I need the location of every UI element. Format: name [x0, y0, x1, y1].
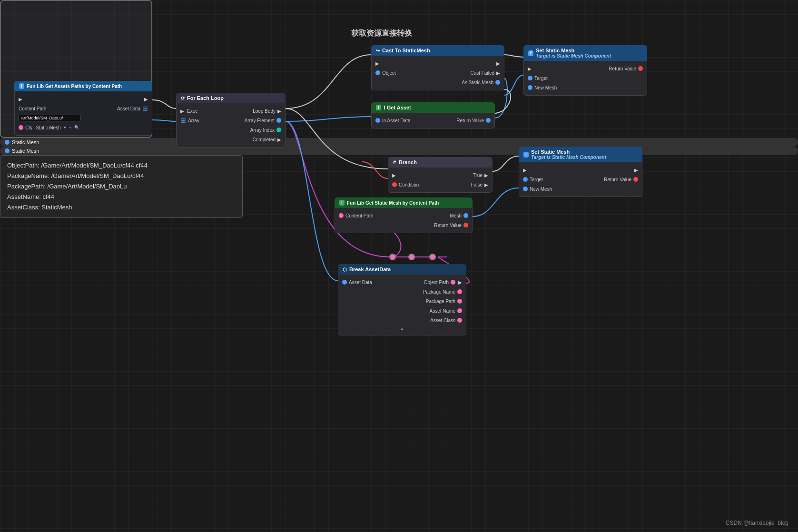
packagepath-label: Package Path [426, 299, 455, 304]
funlib-exec-out[interactable] [144, 97, 148, 102]
static-mesh-pin-bottom [5, 148, 10, 153]
cast-exec-out[interactable] [496, 61, 500, 66]
setmesh-top-returnvalue-label: Return Value [609, 66, 636, 71]
setmesh-top-target-label: Target [534, 76, 548, 81]
setmesh-top-exec-row: Return Value [524, 64, 647, 73]
setmesh-bot-returnvalue-pin[interactable]: Return Value [604, 177, 638, 182]
cast-asstaticmesh-pin[interactable]: As Static Mesh [462, 80, 500, 85]
reroute-2[interactable] [408, 254, 415, 260]
funlib-exec-in[interactable] [19, 97, 23, 101]
breakasset-node: ⬡ Break AssetData Asset Data Object Path… [338, 264, 466, 335]
setmesh-bot-title-block: Set Static Mesh Target is Static Mesh Co… [531, 149, 606, 160]
cast-exec-row [372, 59, 504, 68]
branch-exec-in[interactable] [392, 173, 397, 177]
setmesh-top-node: f Set Static Mesh Target is Static Mesh … [523, 45, 647, 96]
object-label: Object [382, 70, 396, 76]
branch-condition-pin[interactable]: Condition [392, 182, 419, 187]
false-exec-pin [484, 182, 488, 187]
setmesh-bot-node: f Set Static Mesh Target is Static Mesh … [519, 147, 642, 197]
getasset-inassetdata-pin[interactable]: In Asset Data [375, 118, 410, 123]
funlib-cls-row: Cls Static Mesh ▾ + 🔍 [15, 123, 152, 132]
breakasset-packagename-pin[interactable]: Package Name [423, 289, 462, 295]
setmesh-bot-exec-out[interactable] [634, 167, 638, 173]
setmesh-top-exec-in-pin [528, 66, 532, 71]
reroute-1[interactable] [389, 254, 396, 260]
cls-add[interactable]: + [69, 125, 71, 130]
setmesh-top-returnvalue-pin[interactable]: Return Value [609, 66, 643, 71]
breakasset-assetdata-pin[interactable]: Asset Data [342, 280, 372, 285]
branch-icon: ↱ [393, 160, 396, 165]
reroute-3[interactable] [429, 254, 436, 260]
completed-exec-pin [277, 137, 281, 142]
breakasset-assetclass-pin[interactable]: Asset Class [430, 318, 462, 323]
setmesh-bot-title: Set Static Mesh [531, 149, 606, 155]
breakasset-packagename-row: Package Name [338, 287, 466, 296]
setmesh-bot-newmesh-pin[interactable]: New Mesh [523, 187, 552, 192]
setmesh-top-newmesh-label: New Mesh [534, 85, 557, 90]
arrayelement-dot [276, 118, 281, 123]
breakasset-packagepath-pin[interactable]: Package Path [426, 299, 462, 304]
branch-true-pin[interactable]: True [473, 173, 488, 178]
getasset-title: f Get Asset [384, 105, 411, 110]
funlib-body: Content Path Asset Data ⊞ Cls Static Mes… [14, 91, 152, 136]
foreach-loopbody-pin[interactable]: Loop Body [253, 108, 281, 114]
foreach-arrayelement-pin[interactable]: Array Element [245, 118, 281, 123]
breakasset-title: Break AssetData [349, 266, 391, 272]
cast-object-pin[interactable]: Object [375, 70, 396, 76]
cast-exec-in[interactable] [375, 61, 380, 66]
condition-label: Condition [399, 182, 419, 187]
mesh-dot [463, 213, 468, 218]
foreach-array-in[interactable]: ⊞ Array [180, 117, 199, 124]
cls-search[interactable]: 🔍 [74, 125, 79, 130]
cls-value: Static Mesh [36, 125, 60, 130]
loopbody-exec-pin [277, 108, 281, 114]
exec-in-pin [19, 97, 23, 101]
setmesh-top-exec-in[interactable] [528, 66, 532, 71]
cls-dropdown[interactable]: ▾ [64, 125, 66, 130]
setmesh-top-newmesh-pin[interactable]: New Mesh [528, 85, 557, 90]
setmesh-top-target-dot [528, 76, 532, 80]
reroute-1-dot [390, 255, 395, 259]
setmesh-bot-icon: f [523, 152, 529, 158]
loopbody-label: Loop Body [253, 108, 276, 114]
funlib-cls-pin: Cls Static Mesh ▾ + 🔍 [19, 125, 79, 130]
condition-dot [392, 182, 397, 187]
foreach-exec-in[interactable]: Exec [180, 108, 197, 114]
getasset-returnvalue-pin[interactable]: Return Value [456, 118, 491, 123]
gsm-contentpath-dot [339, 213, 344, 218]
setmesh-bot-target-pin[interactable]: Target [523, 177, 543, 182]
foreach-arrayindex-pin[interactable]: Array Index [250, 128, 281, 133]
breakasset-assetname-pin[interactable]: Asset Name [430, 308, 462, 314]
returnvalue-dot [486, 118, 491, 123]
getstaticmesh-contentpath-pin[interactable]: Content Path [339, 213, 373, 218]
contentpath-input[interactable] [19, 115, 80, 121]
cast-body: Object Cast Failed As Static Mesh [371, 56, 504, 90]
foreach-completed-row: Completed [177, 135, 285, 144]
getstaticmesh-icon: f [339, 200, 345, 206]
setmesh-bot-exec-in[interactable] [523, 167, 528, 172]
funlib-assetdata-pin[interactable]: Asset Data ⊞ [117, 105, 148, 112]
exec-label: Exec [187, 108, 197, 114]
getstaticmesh-mesh-pin[interactable]: Mesh [450, 213, 468, 218]
getstaticmesh-returnvalue-pin[interactable]: Return Value [434, 223, 468, 228]
setmesh-bot-exec-in-pin [523, 167, 528, 172]
completed-label: Completed [253, 137, 276, 142]
foreach-title: For Each Loop [187, 95, 224, 101]
arrayindex-dot [276, 128, 281, 132]
breakasset-objectpath-pin[interactable]: Object Path [424, 280, 462, 285]
cast-castfailed-pin[interactable]: Cast Failed [470, 70, 500, 76]
reroute-2-dot [409, 255, 414, 259]
foreach-exec-row: Exec Loop Body [177, 106, 285, 116]
setmesh-bot-newmesh-row: New Mesh [519, 184, 642, 194]
branch-header: ↱ Branch [388, 157, 493, 167]
packagepath-dot [457, 299, 462, 304]
tooltip-line-3: PackagePath: /Game/Art/Model/SM_DaoLu [7, 181, 236, 192]
arrayelement-label: Array Element [245, 118, 275, 123]
branch-false-pin[interactable]: False [471, 182, 488, 187]
assetname-dot [457, 308, 462, 313]
breakasset-chevron[interactable]: ▲ [338, 325, 466, 332]
tooltip-line-4: AssetName: cf44 [7, 192, 236, 202]
getasset-main-row: In Asset Data Return Value [372, 116, 494, 125]
setmesh-top-target-pin[interactable]: Target [528, 76, 548, 81]
foreach-completed-pin[interactable]: Completed [253, 137, 281, 142]
